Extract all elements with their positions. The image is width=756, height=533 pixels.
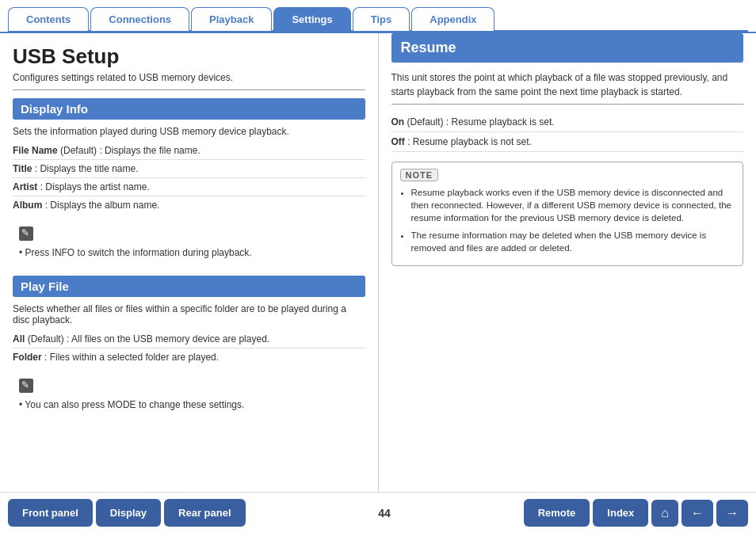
play-file-header: Play File (13, 276, 365, 297)
display-info-item-0: File Name (Default) : Displays the file … (13, 142, 365, 160)
page-subtitle: Configures settings related to USB memor… (13, 72, 365, 90)
play-file-note-block: • You can also press MODE to change thes… (13, 374, 365, 415)
note-item-1: The resume information may be deleted wh… (411, 229, 735, 254)
resume-option-0: On (Default) : Resume playback is set. (391, 112, 744, 132)
pencil-icon (19, 227, 33, 241)
display-button[interactable]: Display (96, 499, 161, 527)
front-panel-button[interactable]: Front panel (8, 499, 93, 527)
forward-button[interactable]: → (716, 500, 748, 527)
resume-option-1: Off : Resume playback is not set. (391, 132, 744, 152)
display-info-item-2: Artist : Displays the artist name. (13, 178, 365, 196)
note-box-title: NOTE (400, 169, 439, 181)
remote-button[interactable]: Remote (524, 499, 590, 527)
play-file-item-1: Folder : Files within a selected folder … (13, 348, 365, 366)
page-number: 44 (249, 507, 521, 520)
note-box: NOTE Resume playback works even if the U… (391, 162, 744, 266)
display-info-desc: Sets the information played during USB m… (13, 126, 365, 137)
display-info-item-3: Album : Displays the album name. (13, 196, 365, 214)
resume-header: Resume (391, 33, 744, 63)
resume-options: On (Default) : Resume playback is set.Of… (391, 112, 744, 152)
pencil-icon-2 (19, 379, 33, 393)
note-item-0: Resume playback works even if the USB me… (411, 186, 735, 224)
home-button[interactable]: ⌂ (651, 500, 678, 527)
tab-contents[interactable]: Contents (8, 7, 89, 31)
display-info-note-block: • Press INFO to switch the information d… (13, 222, 365, 263)
tab-appendix[interactable]: Appendix (411, 7, 494, 31)
right-panel: Resume This unit stores the point at whi… (379, 33, 757, 492)
index-button[interactable]: Index (593, 499, 648, 527)
footer: Front panelDisplayRear panel44RemoteInde… (0, 492, 756, 533)
display-info-header: Display Info (13, 98, 365, 120)
tab-connections[interactable]: Connections (90, 7, 189, 31)
tab-tips[interactable]: Tips (353, 7, 410, 31)
back-button[interactable]: ← (682, 500, 713, 527)
resume-desc: This unit stores the point at which play… (391, 70, 744, 105)
left-panel: USB Setup Configures settings related to… (0, 33, 379, 492)
play-file-desc: Selects whether all files or files withi… (13, 303, 365, 326)
display-info-items: File Name (Default) : Displays the file … (13, 142, 365, 214)
main-content: USB Setup Configures settings related to… (0, 32, 756, 492)
play-file-items: All (Default) : All files on the USB mem… (13, 330, 365, 366)
rear-panel-button[interactable]: Rear panel (164, 499, 245, 527)
page-title: USB Setup (13, 44, 365, 69)
tab-bar: ContentsConnectionsPlaybackSettingsTipsA… (0, 0, 756, 30)
play-file-note: • You can also press MODE to change thes… (19, 399, 359, 410)
note-box-list: Resume playback works even if the USB me… (400, 186, 735, 254)
display-info-item-1: Title : Displays the title name. (13, 160, 365, 178)
tab-playback[interactable]: Playback (191, 7, 272, 31)
play-file-item-0: All (Default) : All files on the USB mem… (13, 330, 365, 348)
display-info-note: • Press INFO to switch the information d… (19, 247, 359, 258)
tab-settings[interactable]: Settings (273, 7, 350, 31)
